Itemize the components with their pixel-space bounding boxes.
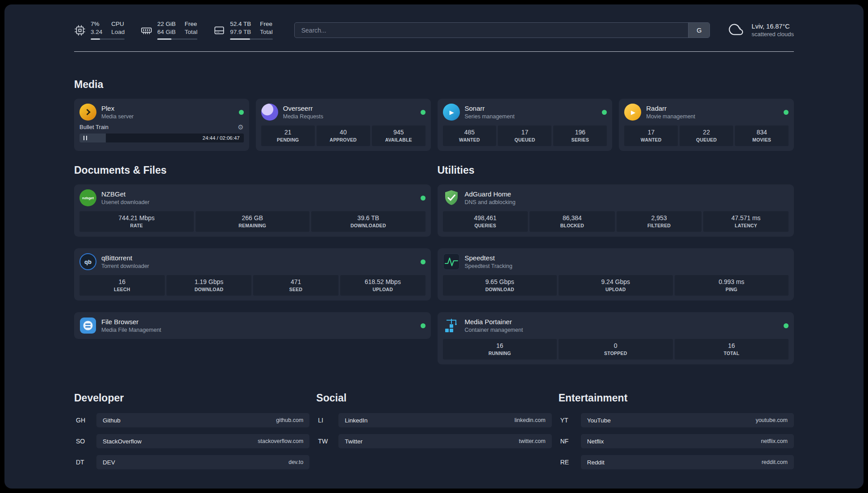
portainer-icon	[443, 317, 460, 334]
bookmark-link-dev[interactable]: DEV dev.to	[96, 455, 309, 469]
top-bar: 7% 3.24 CPU Load	[74, 4, 794, 40]
service-card-sonarr[interactable]: ▶ Sonarr Series management 485 WANTED	[438, 99, 613, 151]
filebrowser-icon	[79, 317, 96, 334]
memory-progress-bar	[157, 38, 197, 40]
stat-download: 9.65 Gbps DOWNLOAD	[443, 275, 557, 296]
service-name: Sonarr	[465, 104, 515, 112]
status-dot	[239, 110, 244, 115]
bookmark-abbr: NF	[559, 438, 581, 445]
service-card-plex[interactable]: Plex Media server Bullet Train ⚙	[74, 99, 249, 151]
search-input[interactable]	[295, 23, 689, 38]
stat-running: 16 RUNNING	[443, 339, 557, 359]
cpu-progress-bar	[91, 38, 125, 40]
disk-progress-bar	[230, 38, 273, 40]
stat-seed: 471 SEED	[253, 275, 338, 296]
stat-queued: 22 QUEUED	[680, 125, 733, 146]
service-subtitle: Series management	[465, 113, 515, 120]
cpu-progress-fill	[91, 38, 100, 40]
service-card-filebrowser[interactable]: File Browser Media File Management	[74, 312, 431, 339]
stat-upload: 618.52 Mbps UPLOAD	[340, 275, 426, 296]
status-dot	[421, 196, 426, 201]
disk-total-value: 97.9 TB	[230, 29, 251, 36]
bookmark-link-youtube[interactable]: YouTube youtube.com	[581, 413, 794, 427]
service-card-speedtest[interactable]: Speedtest Speedtest Tracking 9.65 Gbps D…	[438, 248, 794, 301]
memory-icon	[141, 25, 152, 36]
bookmark-link-github[interactable]: Github github.com	[96, 413, 309, 427]
service-name: qBittorrent	[101, 254, 149, 262]
stat-rate: 744.21 Mbps RATE	[79, 211, 194, 232]
service-name: Overseerr	[283, 104, 323, 112]
service-subtitle: Torrent downloader	[101, 263, 149, 269]
radarr-icon: ▶	[624, 104, 641, 121]
stat-available: 945 AVAILABLE	[372, 125, 426, 146]
dashboard-page: 7% 3.24 CPU Load	[4, 4, 864, 489]
service-card-portainer[interactable]: Media Portainer Container management 16 …	[438, 312, 794, 364]
search-bar: G	[294, 22, 710, 38]
service-card-nzbget[interactable]: nzbget NZBGet Usenet downloader 744.21 M…	[74, 184, 431, 237]
memory-widget: 22 GiB 64 GiB Free Total	[141, 21, 197, 40]
cpu-icon	[74, 25, 86, 36]
bookmark-abbr: SO	[74, 438, 96, 445]
section-title-utilities: Utilities	[438, 164, 794, 176]
sonarr-icon: ▶	[443, 104, 460, 121]
service-name: AdGuard Home	[465, 190, 516, 198]
bookmark-netflix: NF Netflix netflix.com	[559, 434, 794, 448]
service-name: Media Portainer	[465, 318, 523, 326]
stat-wanted: 485 WANTED	[443, 125, 497, 146]
status-dot	[421, 110, 426, 115]
service-name: Speedtest	[465, 254, 513, 262]
stat-download: 1.19 Gbps DOWNLOAD	[167, 275, 252, 296]
status-dot	[784, 323, 789, 328]
memory-total-value: 64 GiB	[157, 29, 175, 36]
service-card-radarr[interactable]: ▶ Radarr Movie management 17 WANTED	[619, 99, 794, 151]
section-title-developer: Developer	[74, 392, 309, 404]
pause-icon[interactable]	[83, 136, 87, 140]
qbittorrent-logo-text: qb	[84, 259, 92, 265]
status-dot	[602, 110, 607, 115]
status-dot	[784, 110, 789, 115]
stat-filtered: 2,953 FILTERED	[617, 211, 702, 232]
weather-widget: Lviv, 16.87°C scattered clouds	[727, 22, 794, 39]
bookmark-group-entertainment: Entertainment YT YouTube youtube.com NF …	[559, 392, 794, 476]
nzbget-logo-text: nzbget	[82, 196, 94, 200]
service-subtitle: Usenet downloader	[101, 199, 150, 205]
bookmark-link-linkedin[interactable]: LinkedIn linkedin.com	[338, 413, 551, 427]
playback-progress-bar[interactable]: 24:44 / 02:06:47	[79, 134, 244, 142]
service-name: NZBGet	[101, 190, 150, 198]
section-documents: Documents & Files nzbget NZBGet Usenet d…	[74, 164, 431, 364]
bookmark-link-twitter[interactable]: Twitter twitter.com	[338, 434, 551, 448]
bookmark-abbr: LI	[316, 417, 338, 424]
search-provider-button[interactable]: G	[688, 23, 709, 38]
speedtest-icon	[443, 253, 460, 270]
stat-downloaded: 39.6 TB DOWNLOADED	[311, 211, 426, 232]
now-playing-widget: Bullet Train ⚙ 24:44 / 02:06:47	[79, 124, 244, 142]
stat-wanted: 17 WANTED	[624, 125, 678, 146]
qbittorrent-icon: qb	[79, 253, 96, 270]
service-card-overseerr[interactable]: Overseerr Media Requests 21 PENDING 40 A…	[256, 99, 431, 151]
disk-label-bottom: Total	[260, 29, 273, 36]
service-card-qbittorrent[interactable]: qb qBittorrent Torrent downloader 16 LEE…	[74, 248, 431, 301]
stat-upload: 9.24 Gbps UPLOAD	[559, 275, 673, 296]
memory-label-bottom: Total	[185, 29, 198, 36]
service-subtitle: Media server	[101, 113, 134, 120]
disk-widget: 52.4 TB 97.9 TB Free Total	[213, 21, 273, 40]
plex-icon	[79, 104, 96, 121]
stat-series: 196 SERIES	[553, 125, 607, 146]
bookmark-abbr: GH	[74, 417, 96, 424]
gear-icon[interactable]: ⚙	[238, 124, 243, 130]
bookmark-linkedin: LI LinkedIn linkedin.com	[316, 413, 551, 427]
stat-queued: 17 QUEUED	[498, 125, 551, 146]
bookmark-abbr: DT	[74, 459, 96, 466]
bookmark-link-reddit[interactable]: Reddit reddit.com	[581, 455, 794, 469]
cpu-label-bottom: Load	[111, 29, 125, 36]
memory-progress-fill	[157, 38, 171, 40]
service-name: File Browser	[101, 318, 161, 326]
service-subtitle: Movie management	[646, 113, 695, 120]
service-card-adguard[interactable]: AdGuard Home DNS and adblocking 498,461 …	[438, 184, 794, 237]
bookmark-link-stackoverflow[interactable]: StackOverflow stackoverflow.com	[96, 434, 309, 448]
play-glyph: ▶	[631, 109, 635, 115]
stat-queries: 498,461 QUERIES	[443, 211, 528, 232]
bookmark-reddit: RE Reddit reddit.com	[559, 455, 794, 469]
disk-label-top: Free	[260, 21, 273, 28]
bookmark-link-netflix[interactable]: Netflix netflix.com	[581, 434, 794, 448]
